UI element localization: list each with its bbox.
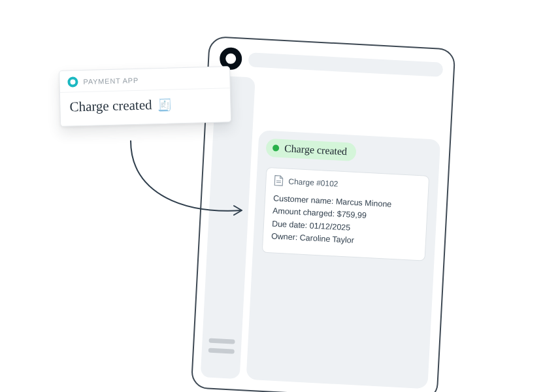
connector-arrow-icon xyxy=(118,137,268,229)
receipt-icon: 🧾 xyxy=(157,97,172,112)
payment-app-icon xyxy=(67,76,78,87)
sidebar-item[interactable] xyxy=(208,348,235,354)
notification-title: Charge created xyxy=(69,97,152,115)
charge-details: Customer name: Marcus Minone Amount char… xyxy=(271,192,420,250)
notification-app-name: PAYMENT APP xyxy=(83,76,139,86)
document-icon xyxy=(274,175,284,187)
notification-body: Charge created 🧾 xyxy=(60,88,231,126)
status-dot-icon xyxy=(272,144,280,152)
notification-card[interactable]: PAYMENT APP Charge created 🧾 xyxy=(59,66,231,127)
sidebar-item[interactable] xyxy=(208,338,235,344)
status-badge: Charge created xyxy=(265,139,356,161)
status-label: Charge created xyxy=(284,142,348,157)
main-panel: Charge created Charge #0102 xyxy=(246,130,441,389)
charge-card-header: Charge #0102 xyxy=(274,175,421,194)
charge-card-title: Charge #0102 xyxy=(288,176,338,188)
charge-card[interactable]: Charge #0102 Customer name: Marcus Minon… xyxy=(262,167,429,261)
